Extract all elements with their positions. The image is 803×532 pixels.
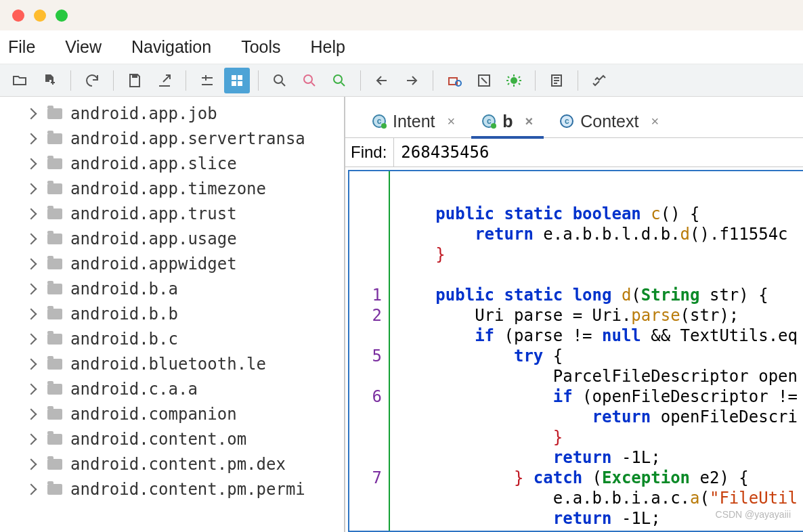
- folder-icon: [47, 434, 62, 445]
- chevron-right-icon: [26, 433, 37, 445]
- close-icon[interactable]: ×: [651, 114, 659, 129]
- tab-label: b: [502, 112, 513, 131]
- tab-context[interactable]: c Context ×: [553, 105, 666, 137]
- settings-icon[interactable]: [586, 68, 612, 93]
- menu-navigation[interactable]: Navigation: [131, 37, 211, 57]
- code-content[interactable]: public static boolean c() { return e.a.b…: [390, 171, 803, 531]
- chevron-right-icon: [26, 283, 37, 294]
- chevron-right-icon: [26, 108, 37, 119]
- quark-icon[interactable]: [471, 68, 497, 93]
- gutter: 12567: [349, 171, 390, 531]
- tree-item[interactable]: android.b.a: [0, 276, 344, 301]
- tree-label: android.content.pm.dex: [70, 455, 286, 474]
- folder-icon: [47, 284, 62, 294]
- forward-icon[interactable]: [399, 68, 425, 93]
- tree-item[interactable]: android.appwidget: [0, 251, 344, 276]
- code-editor[interactable]: 12567 public static boolean c() { return…: [348, 170, 803, 532]
- folder-icon: [47, 183, 62, 194]
- folder-icon: [47, 359, 62, 370]
- tree-label: android.c.a.a: [70, 380, 198, 399]
- close-icon[interactable]: ×: [448, 114, 456, 129]
- svg-rect-3: [232, 81, 236, 86]
- toolbar: [0, 64, 803, 97]
- tree-item[interactable]: android.bluetooth.le: [0, 351, 344, 376]
- tab-label: Context: [580, 112, 638, 131]
- flat-packages-icon[interactable]: [224, 68, 250, 93]
- menu-file[interactable]: File: [8, 37, 35, 57]
- chevron-right-icon: [26, 208, 37, 219]
- refresh-icon[interactable]: [79, 68, 105, 93]
- add-file-icon[interactable]: [37, 68, 62, 93]
- svg-point-7: [334, 75, 342, 83]
- tree-collapse-icon[interactable]: [194, 68, 220, 93]
- package-tree[interactable]: android.app.jobandroid.app.servertransaa…: [0, 97, 345, 532]
- window-minimize-button[interactable]: [34, 9, 46, 22]
- folder-icon: [47, 158, 62, 169]
- tree-item[interactable]: android.content.pm.permi: [0, 476, 344, 502]
- tree-item[interactable]: android.content.pm.dex: [0, 451, 344, 476]
- folder-icon: [47, 234, 62, 244]
- chevron-right-icon: [26, 183, 37, 194]
- tree-label: android.app.timezone: [70, 179, 266, 198]
- search-icon[interactable]: [267, 68, 292, 93]
- search-class-icon[interactable]: [297, 68, 322, 93]
- tab-b[interactable]: c b ×: [475, 105, 540, 137]
- menu-help[interactable]: Help: [311, 37, 345, 57]
- editor-tabs: c Intent × c b × c Context ×: [345, 97, 803, 137]
- watermark: CSDN @yayayaiii: [716, 509, 791, 520]
- svg-rect-4: [238, 81, 242, 86]
- tab-intent[interactable]: c Intent ×: [366, 105, 462, 137]
- tree-item[interactable]: android.app.slice: [0, 151, 344, 176]
- class-icon: c: [560, 114, 573, 128]
- menu-view[interactable]: View: [65, 37, 102, 57]
- tree-label: android.app.trust: [70, 204, 237, 223]
- tree-item[interactable]: android.b.b: [0, 301, 344, 326]
- tree-label: android.app.servertransa: [70, 129, 305, 148]
- tree-item[interactable]: android.app.trust: [0, 201, 344, 226]
- class-icon: c: [372, 114, 386, 128]
- tree-label: android.b.c: [70, 330, 178, 349]
- tree-label: android.app.slice: [70, 154, 237, 173]
- tree-item[interactable]: android.app.usage: [0, 226, 344, 251]
- search-usage-icon[interactable]: [326, 68, 352, 93]
- svg-point-5: [274, 75, 282, 83]
- window-close-button[interactable]: [12, 9, 24, 22]
- folder-icon: [47, 259, 62, 269]
- debug-icon[interactable]: [501, 68, 527, 93]
- find-bar: Find:: [345, 137, 803, 167]
- chevron-right-icon: [26, 258, 37, 269]
- tree-label: android.bluetooth.le: [70, 355, 266, 374]
- folder-icon: [47, 334, 62, 345]
- find-input[interactable]: [393, 138, 803, 167]
- tree-label: android.content.pm.permi: [70, 480, 305, 499]
- chevron-right-icon: [26, 333, 37, 345]
- chevron-right-icon: [26, 133, 37, 144]
- close-icon[interactable]: ×: [525, 114, 534, 129]
- save-icon[interactable]: [122, 68, 148, 93]
- open-icon[interactable]: [7, 68, 32, 93]
- folder-icon: [47, 484, 62, 495]
- folder-icon: [47, 108, 62, 119]
- tree-label: android.app.usage: [70, 229, 237, 248]
- tree-item[interactable]: android.app.job: [0, 101, 344, 126]
- find-label: Find:: [345, 143, 393, 162]
- folder-icon: [47, 384, 62, 395]
- tree-label: android.app.job: [70, 104, 217, 123]
- menu-tools[interactable]: Tools: [241, 37, 280, 57]
- folder-icon: [47, 459, 62, 470]
- tree-item[interactable]: android.b.c: [0, 326, 344, 351]
- window-maximize-button[interactable]: [56, 9, 68, 22]
- tree-label: android.content.om: [70, 430, 246, 449]
- folder-icon: [47, 133, 62, 144]
- tree-item[interactable]: android.app.timezone: [0, 176, 344, 201]
- chevron-right-icon: [26, 308, 37, 319]
- tree-item[interactable]: android.content.om: [0, 426, 344, 451]
- back-icon[interactable]: [369, 68, 395, 93]
- deobfuscate-icon[interactable]: [441, 68, 467, 93]
- chevron-right-icon: [26, 233, 37, 244]
- tree-item[interactable]: android.app.servertransa: [0, 126, 344, 151]
- log-icon[interactable]: [544, 68, 569, 93]
- tree-item[interactable]: android.c.a.a: [0, 376, 344, 401]
- export-icon[interactable]: [152, 68, 177, 93]
- tree-item[interactable]: android.companion: [0, 401, 344, 426]
